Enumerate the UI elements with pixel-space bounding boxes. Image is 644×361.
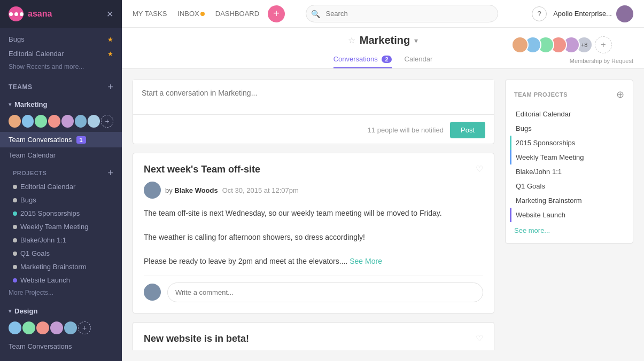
sidebar-item-design-conversations[interactable]: Team Conversations [0,339,122,354]
sidebar-project-bugs[interactable]: Bugs [0,193,122,207]
add-project-panel-button[interactable]: ⊕ [616,89,624,100]
see-more-link[interactable]: See More [350,257,382,265]
add-member-button[interactable]: + [595,36,612,53]
avatar [88,115,100,128]
page-header: ☆ Marketing ▾ +8 + Membership by Request… [122,28,644,69]
design-team-name[interactable]: ▾ Design [0,303,122,319]
panel-project-marketing-brainstorm[interactable]: Marketing Brainstorm [510,193,624,208]
see-more-projects-link[interactable]: See more... [514,226,624,234]
panel-project-editorial[interactable]: Editorial Calendar [510,107,624,121]
inbox-badge [200,12,205,16]
page-chevron-icon[interactable]: ▾ [414,36,418,45]
compose-input[interactable] [133,80,494,115]
more-projects[interactable]: More Projects... [0,287,122,299]
marketing-label: Marketing [14,100,47,108]
page-title: Marketing [360,34,410,46]
conversation-date: Oct 30, 2015 at 12:07pm [222,186,299,194]
comment-input[interactable] [167,282,483,302]
commenter-avatar [144,284,161,301]
add-project-button[interactable]: + [107,168,113,178]
sidebar-item-bugs[interactable]: Bugs ★ [0,32,122,46]
topbar-nav: MY TASKS INBOX DASHBOARD [133,7,259,20]
add-member-icon[interactable]: + [101,115,113,128]
dashboard-link[interactable]: DASHBOARD [215,7,259,20]
avatar [61,115,74,128]
search-input[interactable] [306,5,498,22]
avatar [36,321,49,334]
logo-text: asana [28,9,52,19]
conversation-meta: by Blake Woods Oct 30, 2015 at 12:07pm [144,182,483,199]
panel-project-2015-sponsorships[interactable]: 2015 Sponsorships [510,136,624,150]
inbox-link[interactable]: INBOX [177,7,204,20]
team-calendar-label: Team Calendar [9,151,56,159]
avatar [9,115,21,128]
teams-section-header: Teams + [0,77,122,94]
tab-calendar[interactable]: Calendar [405,51,433,68]
panel-project-website-launch[interactable]: Website Launch [510,208,624,222]
sidebar-project-weekly-team-meeting[interactable]: Weekly Team Meeting [0,220,122,233]
sidebar-project-2015-sponsorships[interactable]: 2015 Sponsorships [0,207,122,220]
avatar [22,321,35,334]
panel-project-blake-john[interactable]: Blake/John 1:1 [510,164,624,179]
marketing-team-name[interactable]: ▾ Marketing [0,96,122,113]
user-info[interactable]: Apollo Enterprise... [553,5,633,22]
panel-project-bugs[interactable]: Bugs [510,121,624,136]
project-dot [13,238,17,242]
project-dot [13,211,17,216]
star-icon: ★ [107,50,113,58]
content-area: 11 people will be notified Post Next wee… [122,69,644,361]
design-conversations-label: Team Conversations [9,342,72,350]
add-task-button[interactable]: + [268,5,285,22]
topbar-right: ? Apollo Enterprise... [532,5,633,22]
asana-logo[interactable]: asana [9,6,52,21]
like-icon[interactable]: ♡ [476,164,483,174]
avatar [35,115,47,128]
editorial-label: Editorial Calendar [9,50,64,58]
avatar [64,321,77,334]
design-avatars: + [0,319,122,339]
sidebar-item-editorial[interactable]: Editorial Calendar ★ [0,46,122,61]
sidebar-project-blake-john[interactable]: Blake/John 1:1 [0,233,122,247]
sidebar-item-team-conversations[interactable]: Team Conversations 1 [0,132,122,147]
show-recents[interactable]: Show Recents and more... [0,61,122,73]
page-title-row: ☆ Marketing ▾ [348,34,418,46]
panel-project-q1-goals[interactable]: Q1 Goals [510,179,624,193]
pinned-section: Bugs ★ Editorial Calendar ★ Show Recents… [0,28,122,77]
sidebar-project-q1-goals[interactable]: Q1 Goals [0,247,122,260]
sidebar-project-website-launch[interactable]: Website Launch [0,273,122,287]
user-name: Apollo Enterprise... [553,10,612,18]
add-member-icon[interactable]: + [78,321,91,334]
favorite-star-icon[interactable]: ☆ [348,35,355,45]
close-icon[interactable]: ✕ [106,9,113,19]
panel-header: TEAM PROJECTS ⊕ [514,89,624,100]
membership-label: Membership by Request [570,58,633,64]
conversation-body: The team off-site is next Wednesday, so … [144,207,483,267]
tab-conversations[interactable]: Conversations 2 [333,51,392,68]
help-button[interactable]: ? [532,6,547,21]
comment-area [144,276,483,302]
chevron-down-icon: ▾ [9,308,11,314]
compose-box: 11 people will be notified Post [133,80,494,144]
avatar [48,115,60,128]
conversation-title: New website is in beta! [144,333,249,344]
chevron-down-icon: ▾ [9,101,11,107]
sidebar-project-marketing-brainstorm[interactable]: Marketing Brainstorm [0,260,122,273]
search-box: 🔍 [306,5,498,22]
panel-project-weekly-meeting[interactable]: Weekly Team Meeting [510,150,624,164]
team-projects-panel: TEAM PROJECTS ⊕ Editorial Calendar Bugs … [505,80,633,350]
avatar [75,115,87,128]
teams-label: Teams [9,83,33,91]
project-dot [13,265,17,269]
sidebar: asana ✕ Bugs ★ Editorial Calendar ★ Show… [0,0,122,361]
like-icon[interactable]: ♡ [476,333,483,343]
conversation-card: New website is in beta! ♡ by Blake Woods… [133,322,494,350]
author-avatar [144,182,161,199]
sidebar-project-editorial-calendar[interactable]: Editorial Calendar [0,180,122,193]
bugs-label: Bugs [9,35,25,43]
sidebar-item-team-calendar[interactable]: Team Calendar [0,147,122,163]
conversations-badge: 1 [76,136,86,144]
post-button[interactable]: Post [450,122,485,138]
add-team-button[interactable]: + [107,82,113,92]
avatar [9,321,21,334]
my-tasks-link[interactable]: MY TASKS [133,7,167,20]
